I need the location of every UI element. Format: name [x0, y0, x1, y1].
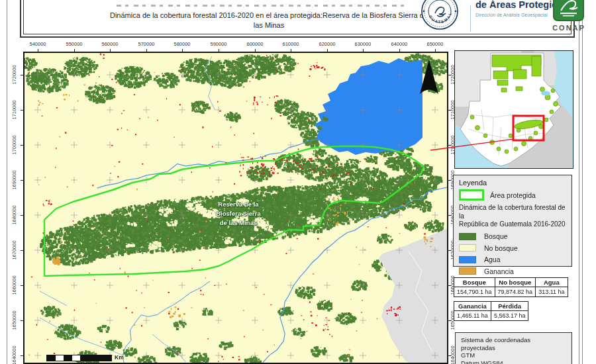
y-axis-label-left: 1720000: [11, 65, 17, 84]
guatemala-seal-icon: GUATEMALA: [419, 0, 460, 32]
map-title-line1: Dinámica de la cobertura forestal 2016-2…: [64, 11, 474, 21]
y-axis-tick-right: [448, 320, 451, 321]
y-axis-label-left: 1670000: [11, 240, 17, 259]
x-axis-label: 630000: [354, 41, 371, 47]
y-axis-label-left: 1680000: [11, 205, 17, 224]
map-title-line2: las Minas: [64, 21, 474, 30]
x-axis-tick: [363, 49, 364, 52]
y-axis-label-left: 1640000: [11, 345, 17, 364]
legend-item-label: Agua: [484, 255, 501, 263]
reserve-label: Reserva de la Biosfera Sierra de las Min…: [198, 200, 279, 228]
map-layout-sheet: Dinámica de la cobertura forestal 2016-2…: [0, 0, 596, 364]
crs-info-line: GTM: [461, 351, 566, 359]
legend-subtitle-line2: República de Guatemala 2016-2020: [459, 220, 566, 229]
y-axis-tick-right: [448, 215, 451, 216]
coverage-table: BosqueNo bosqueAgua154,790.1 ha79,874.82…: [454, 277, 568, 297]
reserve-label-line3: de las Minas: [198, 218, 279, 228]
x-axis-label: 560000: [101, 41, 118, 47]
legend-item-ganancia: Ganancia: [459, 267, 566, 275]
x-axis-label: 640000: [391, 41, 407, 47]
sheet-neatline-right-inner: [582, 0, 583, 364]
x-axis-label: 620000: [319, 41, 335, 47]
y-axis-tick-right: [448, 75, 451, 75]
y-axis-tick-left: [21, 215, 23, 216]
reserve-label-line2: Biosfera Sierra: [198, 209, 279, 218]
reserve-label-line1: Reserva de la: [198, 200, 279, 209]
y-axis-label-left: 1690000: [11, 170, 17, 189]
x-axis-label: 600000: [246, 41, 263, 47]
conap-label: CONAP: [544, 24, 593, 32]
x-axis-tick: [74, 49, 75, 52]
table-value-cell: 1,465.11 ha: [454, 311, 491, 321]
y-axis-tick-left: [21, 110, 23, 111]
north-arrow-icon: [417, 58, 441, 97]
x-axis-tick: [182, 49, 183, 52]
x-axis-label: 610000: [282, 41, 299, 47]
crs-info-box: Sistema de coordenadas proyectadasGTMDat…: [455, 332, 572, 364]
y-axis-tick-right: [448, 180, 451, 181]
header-inner-border: Dinámica de la cobertura forestal 2016-2…: [23, 0, 571, 34]
change-table: GananciaPérdida1,465.11 ha5,563.17 ha: [454, 301, 528, 321]
y-axis-tick-left: [21, 285, 23, 286]
sheet-neatline-right-outer: [579, 0, 579, 364]
y-axis-tick-right: [448, 285, 451, 286]
legend: Leyenda Área protegida Dinámica de la co…: [453, 175, 572, 267]
y-axis-tick-left: [21, 145, 23, 146]
x-axis-tick: [327, 49, 328, 52]
crs-info-line: Datum WGS84: [461, 359, 566, 364]
crs-info-line: Sistema de coordenadas proyectadas: [461, 336, 566, 351]
legend-item-label: Ganancia: [484, 267, 514, 275]
conap-bird-icon: [554, 0, 583, 20]
y-axis-tick-right: [448, 355, 451, 356]
y-axis-tick-left: [21, 75, 23, 75]
legend-item-bosque: Bosque: [459, 232, 566, 240]
x-axis-label: 540000: [29, 41, 46, 47]
map-title: Dinámica de la cobertura forestal 2016-2…: [64, 11, 474, 30]
x-axis-tick: [219, 49, 219, 52]
y-axis-label-left: 1710000: [11, 100, 17, 119]
scale-unit-label: Km: [115, 354, 124, 361]
inset-lake-izabal: [541, 91, 550, 96]
table-value-cell: 5,563.17 ha: [491, 311, 528, 321]
x-axis-tick: [38, 49, 38, 52]
legend-swatch: [459, 233, 476, 240]
table-value-cell: 154,790.1 ha: [454, 287, 495, 297]
protected-area-label: Área protegida: [490, 191, 536, 199]
legend-title: Leyenda: [459, 179, 566, 187]
x-axis-label: 580000: [174, 41, 190, 47]
x-axis-label: 550000: [66, 41, 82, 47]
x-axis-tick: [399, 49, 400, 52]
y-axis-label-left: 1660000: [11, 275, 17, 295]
header: Dinámica de la cobertura forestal 2016-2…: [20, 0, 575, 38]
main-map[interactable]: Reserva de la Biosfera Sierra de las Min…: [23, 52, 448, 364]
table-value-cell: 313.11 ha: [536, 287, 568, 297]
y-axis-tick-left: [21, 355, 23, 356]
x-axis-tick: [255, 49, 256, 52]
sheet-neatline-left: [7, 0, 7, 364]
table-header-cell: Bosque: [454, 278, 495, 287]
conap-logo: [553, 0, 584, 21]
table-header-cell: No bosque: [495, 278, 536, 287]
table-value-cell: 79,874.82 ha: [495, 287, 536, 297]
legend-subtitle-line1: Dinámica de la cobertura forestal de la: [459, 204, 566, 220]
legend-swatch: [459, 267, 476, 275]
x-axis-tick: [291, 49, 291, 52]
y-axis-tick-left: [21, 320, 23, 321]
y-axis-label-left: 1650000: [11, 310, 17, 330]
x-axis-tick: [435, 49, 436, 52]
legend-item-agua: Agua: [459, 255, 566, 263]
x-axis-label: 570000: [138, 41, 154, 47]
legend-swatch: [459, 256, 476, 263]
y-axis-tick-right: [448, 145, 451, 146]
inset-locator-map: [454, 50, 573, 169]
y-axis-tick-left: [21, 250, 23, 251]
x-axis-tick: [110, 49, 111, 52]
y-axis-label-left: 1700000: [11, 135, 17, 154]
x-axis-tick: [146, 49, 147, 52]
y-axis-tick-left: [21, 180, 23, 181]
table-header-cell: Ganancia: [454, 302, 491, 311]
table-header-cell: Pérdida: [491, 302, 528, 311]
legend-protected-area-row: Área protegida: [459, 189, 566, 201]
legend-item-label: No bosque: [484, 244, 518, 252]
y-axis-tick-right: [448, 250, 451, 251]
